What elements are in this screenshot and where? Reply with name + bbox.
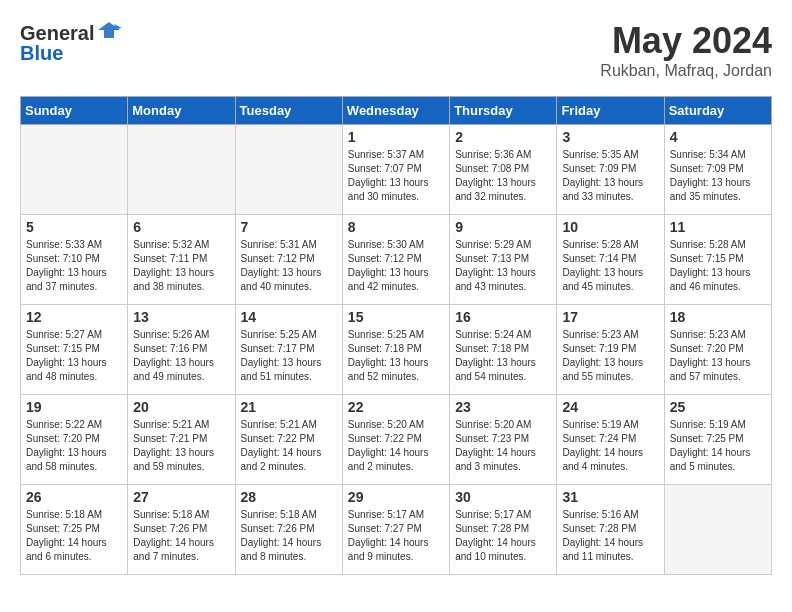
day-number: 27 — [133, 489, 229, 505]
calendar-cell: 26Sunrise: 5:18 AMSunset: 7:25 PMDayligh… — [21, 485, 128, 575]
day-number: 11 — [670, 219, 766, 235]
day-info: Sunrise: 5:17 AMSunset: 7:27 PMDaylight:… — [348, 508, 444, 564]
weekday-header-tuesday: Tuesday — [235, 97, 342, 125]
day-info: Sunrise: 5:27 AMSunset: 7:15 PMDaylight:… — [26, 328, 122, 384]
calendar-cell: 10Sunrise: 5:28 AMSunset: 7:14 PMDayligh… — [557, 215, 664, 305]
day-number: 29 — [348, 489, 444, 505]
day-info: Sunrise: 5:34 AMSunset: 7:09 PMDaylight:… — [670, 148, 766, 204]
calendar-cell: 9Sunrise: 5:29 AMSunset: 7:13 PMDaylight… — [450, 215, 557, 305]
day-info: Sunrise: 5:21 AMSunset: 7:22 PMDaylight:… — [241, 418, 337, 474]
month-title: May 2024 — [600, 20, 772, 62]
svg-marker-0 — [98, 22, 120, 38]
day-info: Sunrise: 5:28 AMSunset: 7:14 PMDaylight:… — [562, 238, 658, 294]
weekday-header-monday: Monday — [128, 97, 235, 125]
logo-general-text: General — [20, 22, 94, 44]
calendar-week-row: 12Sunrise: 5:27 AMSunset: 7:15 PMDayligh… — [21, 305, 772, 395]
day-number: 23 — [455, 399, 551, 415]
day-number: 20 — [133, 399, 229, 415]
calendar-table: SundayMondayTuesdayWednesdayThursdayFrid… — [20, 96, 772, 575]
day-number: 12 — [26, 309, 122, 325]
day-info: Sunrise: 5:37 AMSunset: 7:07 PMDaylight:… — [348, 148, 444, 204]
day-number: 2 — [455, 129, 551, 145]
calendar-week-row: 19Sunrise: 5:22 AMSunset: 7:20 PMDayligh… — [21, 395, 772, 485]
day-info: Sunrise: 5:29 AMSunset: 7:13 PMDaylight:… — [455, 238, 551, 294]
day-info: Sunrise: 5:35 AMSunset: 7:09 PMDaylight:… — [562, 148, 658, 204]
weekday-header-friday: Friday — [557, 97, 664, 125]
calendar-cell — [128, 125, 235, 215]
weekday-header-wednesday: Wednesday — [342, 97, 449, 125]
day-info: Sunrise: 5:22 AMSunset: 7:20 PMDaylight:… — [26, 418, 122, 474]
day-number: 31 — [562, 489, 658, 505]
calendar-cell: 16Sunrise: 5:24 AMSunset: 7:18 PMDayligh… — [450, 305, 557, 395]
day-info: Sunrise: 5:24 AMSunset: 7:18 PMDaylight:… — [455, 328, 551, 384]
calendar-cell: 19Sunrise: 5:22 AMSunset: 7:20 PMDayligh… — [21, 395, 128, 485]
day-info: Sunrise: 5:23 AMSunset: 7:20 PMDaylight:… — [670, 328, 766, 384]
day-number: 24 — [562, 399, 658, 415]
calendar-cell — [664, 485, 771, 575]
day-info: Sunrise: 5:36 AMSunset: 7:08 PMDaylight:… — [455, 148, 551, 204]
day-info: Sunrise: 5:17 AMSunset: 7:28 PMDaylight:… — [455, 508, 551, 564]
calendar-cell: 3Sunrise: 5:35 AMSunset: 7:09 PMDaylight… — [557, 125, 664, 215]
calendar-cell: 28Sunrise: 5:18 AMSunset: 7:26 PMDayligh… — [235, 485, 342, 575]
logo-blue-text: Blue — [20, 42, 63, 64]
day-number: 4 — [670, 129, 766, 145]
day-number: 19 — [26, 399, 122, 415]
weekday-header-row: SundayMondayTuesdayWednesdayThursdayFrid… — [21, 97, 772, 125]
day-number: 7 — [241, 219, 337, 235]
calendar-week-row: 5Sunrise: 5:33 AMSunset: 7:10 PMDaylight… — [21, 215, 772, 305]
calendar-cell: 12Sunrise: 5:27 AMSunset: 7:15 PMDayligh… — [21, 305, 128, 395]
day-info: Sunrise: 5:19 AMSunset: 7:25 PMDaylight:… — [670, 418, 766, 474]
calendar-cell: 31Sunrise: 5:16 AMSunset: 7:28 PMDayligh… — [557, 485, 664, 575]
day-number: 5 — [26, 219, 122, 235]
day-info: Sunrise: 5:19 AMSunset: 7:24 PMDaylight:… — [562, 418, 658, 474]
day-info: Sunrise: 5:25 AMSunset: 7:17 PMDaylight:… — [241, 328, 337, 384]
calendar-cell: 7Sunrise: 5:31 AMSunset: 7:12 PMDaylight… — [235, 215, 342, 305]
day-info: Sunrise: 5:21 AMSunset: 7:21 PMDaylight:… — [133, 418, 229, 474]
day-info: Sunrise: 5:18 AMSunset: 7:25 PMDaylight:… — [26, 508, 122, 564]
calendar-cell: 14Sunrise: 5:25 AMSunset: 7:17 PMDayligh… — [235, 305, 342, 395]
day-number: 30 — [455, 489, 551, 505]
day-number: 17 — [562, 309, 658, 325]
day-number: 18 — [670, 309, 766, 325]
calendar-week-row: 26Sunrise: 5:18 AMSunset: 7:25 PMDayligh… — [21, 485, 772, 575]
calendar-cell: 8Sunrise: 5:30 AMSunset: 7:12 PMDaylight… — [342, 215, 449, 305]
calendar-cell — [21, 125, 128, 215]
title-block: May 2024 Rukban, Mafraq, Jordan — [600, 20, 772, 80]
weekday-header-sunday: Sunday — [21, 97, 128, 125]
weekday-header-saturday: Saturday — [664, 97, 771, 125]
day-info: Sunrise: 5:25 AMSunset: 7:18 PMDaylight:… — [348, 328, 444, 384]
day-number: 13 — [133, 309, 229, 325]
day-number: 9 — [455, 219, 551, 235]
page-header: General Blue May 2024 Rukban, Mafraq, Jo… — [20, 20, 772, 80]
day-number: 22 — [348, 399, 444, 415]
day-number: 15 — [348, 309, 444, 325]
day-number: 10 — [562, 219, 658, 235]
logo: General Blue — [20, 20, 122, 64]
day-info: Sunrise: 5:26 AMSunset: 7:16 PMDaylight:… — [133, 328, 229, 384]
day-info: Sunrise: 5:20 AMSunset: 7:22 PMDaylight:… — [348, 418, 444, 474]
calendar-cell: 15Sunrise: 5:25 AMSunset: 7:18 PMDayligh… — [342, 305, 449, 395]
calendar-cell: 20Sunrise: 5:21 AMSunset: 7:21 PMDayligh… — [128, 395, 235, 485]
calendar-cell: 11Sunrise: 5:28 AMSunset: 7:15 PMDayligh… — [664, 215, 771, 305]
day-number: 16 — [455, 309, 551, 325]
calendar-cell — [235, 125, 342, 215]
weekday-header-thursday: Thursday — [450, 97, 557, 125]
day-info: Sunrise: 5:28 AMSunset: 7:15 PMDaylight:… — [670, 238, 766, 294]
calendar-cell: 5Sunrise: 5:33 AMSunset: 7:10 PMDaylight… — [21, 215, 128, 305]
calendar-week-row: 1Sunrise: 5:37 AMSunset: 7:07 PMDaylight… — [21, 125, 772, 215]
logo-bird-icon — [96, 20, 122, 46]
calendar-cell: 21Sunrise: 5:21 AMSunset: 7:22 PMDayligh… — [235, 395, 342, 485]
calendar-cell: 13Sunrise: 5:26 AMSunset: 7:16 PMDayligh… — [128, 305, 235, 395]
calendar-cell: 18Sunrise: 5:23 AMSunset: 7:20 PMDayligh… — [664, 305, 771, 395]
calendar-cell: 25Sunrise: 5:19 AMSunset: 7:25 PMDayligh… — [664, 395, 771, 485]
calendar-cell: 29Sunrise: 5:17 AMSunset: 7:27 PMDayligh… — [342, 485, 449, 575]
calendar-cell: 27Sunrise: 5:18 AMSunset: 7:26 PMDayligh… — [128, 485, 235, 575]
day-number: 21 — [241, 399, 337, 415]
calendar-cell: 17Sunrise: 5:23 AMSunset: 7:19 PMDayligh… — [557, 305, 664, 395]
calendar-cell: 2Sunrise: 5:36 AMSunset: 7:08 PMDaylight… — [450, 125, 557, 215]
day-info: Sunrise: 5:18 AMSunset: 7:26 PMDaylight:… — [241, 508, 337, 564]
day-number: 28 — [241, 489, 337, 505]
calendar-cell: 23Sunrise: 5:20 AMSunset: 7:23 PMDayligh… — [450, 395, 557, 485]
day-number: 3 — [562, 129, 658, 145]
day-info: Sunrise: 5:20 AMSunset: 7:23 PMDaylight:… — [455, 418, 551, 474]
